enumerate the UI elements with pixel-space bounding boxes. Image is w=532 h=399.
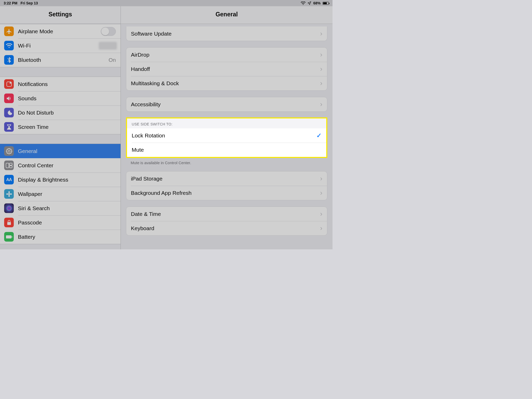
svg-point-3 [8,150,10,152]
status-time: 3:22 PM [4,1,17,5]
wifi-icon [4,41,14,50]
battery-percent: 68% [313,1,321,5]
sidebar-item-label: Do Not Disturb [18,110,116,116]
sidebar-item-siri-search[interactable]: Siri & Search [0,201,121,215]
location-icon [308,1,311,5]
sounds-icon [4,94,14,103]
svg-point-16 [8,191,10,193]
detail-row-handoff[interactable]: Handoff› [126,62,327,76]
chevron-right-icon: › [320,65,322,73]
sidebar-item-label: Battery [18,234,116,240]
svg-rect-13 [9,163,12,165]
detail-row-background-app-refresh[interactable]: Background App Refresh› [126,186,327,200]
option-lock-rotation[interactable]: Lock Rotation✓ [127,128,326,143]
status-date: Fri Sep 13 [21,1,38,5]
sidebar-item-wi-fi[interactable]: Wi-Fi [0,38,121,53]
detail-row-label: Accessibility [131,101,320,108]
detail-row-label: Background App Refresh [131,190,320,196]
chevron-right-icon: › [320,30,322,38]
svg-point-21 [8,207,11,210]
wifi-icon [301,2,305,5]
sidebar-item-wallpaper[interactable]: Wallpaper [0,187,121,201]
detail-row-keyboard[interactable]: Keyboard› [126,221,327,235]
svg-rect-14 [9,166,12,168]
siri-icon [4,203,14,213]
detail-row-date-time[interactable]: Date & Time› [126,207,327,221]
settings-sidebar: Settings Airplane ModeWi-FiBluetoothOnNo… [0,6,121,249]
sidebar-item-label: Control Center [18,162,116,169]
svg-point-18 [6,193,8,195]
screentime-icon [4,122,14,132]
airplane-icon [4,26,14,36]
chevron-right-icon: › [320,79,322,87]
sidebar-item-label: Wallpaper [18,191,116,197]
display-icon: AA [4,175,14,184]
sidebar-item-label: Sounds [18,95,116,102]
detail-row-label: Multitasking & Dock [131,80,320,87]
section-footer: Mute is available in Control Center. [126,158,327,165]
detail-row-multitasking-dock[interactable]: Multitasking & Dock› [126,76,327,90]
section-header: USE SIDE SWITCH TO: [127,118,326,128]
sidebar-item-label: Display & Brightness [18,177,116,183]
battery-icon [4,232,14,242]
svg-point-1 [10,82,11,84]
sidebar-item-control-center[interactable]: Control Center [0,158,121,172]
svg-point-17 [8,195,10,197]
detail-row-label: AirDrop [131,52,320,58]
svg-rect-23 [6,235,11,238]
option-label: Lock Rotation [132,132,316,139]
detail-row-airdrop[interactable]: AirDrop› [126,48,327,62]
detail-row-software-update[interactable]: Software Update› [126,26,327,41]
sidebar-item-general[interactable]: General [0,144,121,158]
detail-row-ipad-storage[interactable]: iPad Storage› [126,171,327,186]
sidebar-item-bluetooth[interactable]: BluetoothOn [0,53,121,67]
row-value: On [109,57,116,63]
airplane-mode-toggle[interactable] [101,27,116,36]
battery-icon [323,2,329,5]
sidebar-title: Settings [0,6,121,24]
sidebar-item-label: General [18,148,116,154]
chevron-right-icon: › [320,189,322,197]
chevron-right-icon: › [320,224,322,232]
sidebar-item-display-brightness[interactable]: AADisplay & Brightness [0,172,121,187]
sidebar-item-label: Bluetooth [18,57,109,63]
sidebar-item-label: Screen Time [18,124,116,130]
chevron-right-icon: › [320,210,322,218]
wifi-network-name [100,43,116,49]
detail-row-label: Keyboard [131,225,320,231]
sidebar-item-label: Passcode [18,220,116,226]
passcode-icon [4,218,14,227]
chevron-right-icon: › [320,100,322,108]
sidebar-item-do-not-disturb[interactable]: Do Not Disturb [0,105,121,120]
sidebar-item-sounds[interactable]: Sounds [0,91,121,105]
detail-row-accessibility[interactable]: Accessibility› [126,97,327,111]
sidebar-item-label: Wi-Fi [18,43,100,49]
bluetooth-icon [4,55,14,65]
option-mute[interactable]: Mute [127,143,326,157]
detail-row-label: Handoff [131,66,320,72]
sidebar-item-airplane-mode[interactable]: Airplane Mode [0,24,121,38]
sidebar-item-battery[interactable]: Battery [0,230,121,244]
svg-point-15 [8,193,10,195]
detail-row-label: Date & Time [131,211,320,217]
sidebar-item-label: Notifications [18,81,116,87]
wallpaper-icon [4,189,14,199]
svg-rect-12 [6,163,9,168]
detail-title: General [121,6,332,24]
sidebar-item-screen-time[interactable]: Screen Time [0,120,121,134]
detail-row-label: Software Update [131,31,320,37]
option-label: Mute [132,147,322,153]
dnd-icon [4,108,14,117]
chevron-right-icon: › [320,175,322,183]
status-bar: 3:22 PM Fri Sep 13 68% [0,0,332,6]
sidebar-item-label: Siri & Search [18,205,116,211]
controlcenter-icon [4,161,14,170]
detail-pane: General Software Update›AirDrop›Handoff›… [121,6,332,249]
svg-rect-24 [12,236,12,238]
checkmark-icon: ✓ [316,132,322,139]
chevron-right-icon: › [320,51,322,59]
sidebar-item-notifications[interactable]: Notifications [0,77,121,91]
sidebar-item-passcode[interactable]: Passcode [0,215,121,230]
svg-rect-22 [7,222,11,225]
notifications-icon [4,79,14,89]
